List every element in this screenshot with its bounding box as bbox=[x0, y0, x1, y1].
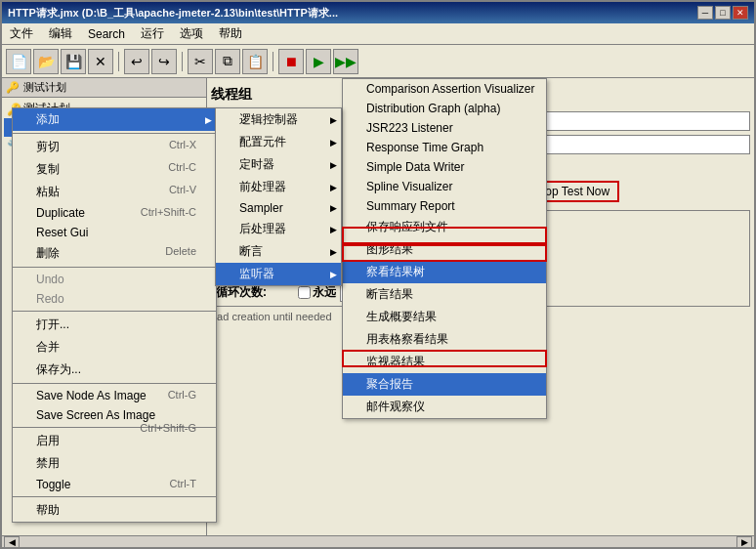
toolbar-open[interactable]: 📂 bbox=[33, 49, 59, 74]
listener-view-results-tree[interactable]: 察看结果树 bbox=[343, 261, 546, 283]
tree-icon: 🔑 bbox=[6, 81, 20, 94]
menu-bar: 文件 编辑 Search 运行 选项 帮助 bbox=[2, 23, 754, 45]
listener-comparison[interactable]: Comparison Assertion Visualizer bbox=[343, 79, 546, 99]
ctx-redo: Redo bbox=[13, 289, 216, 309]
listener-aggregate[interactable]: 聚合报告 bbox=[343, 373, 546, 396]
toolbar-paste[interactable]: 📋 bbox=[242, 49, 268, 74]
menu-edit[interactable]: 编辑 bbox=[41, 23, 80, 44]
tree-header-label: 测试计划 bbox=[23, 80, 66, 95]
toolbar-redo[interactable]: ↪ bbox=[151, 49, 177, 74]
ctx-help[interactable]: 帮助 bbox=[13, 499, 216, 522]
menu-run[interactable]: 运行 bbox=[133, 23, 172, 44]
delay-text: ead creation until needed bbox=[211, 311, 332, 322]
submenu-sampler[interactable]: Sampler bbox=[216, 198, 341, 218]
listener-save-resp[interactable]: 保存响应到文件 bbox=[343, 216, 546, 238]
toolbar-run2[interactable]: ▶▶ bbox=[333, 49, 358, 74]
ctx-merge[interactable]: 合并 bbox=[13, 336, 216, 359]
menu-options[interactable]: 选项 bbox=[172, 23, 211, 44]
ctx-reset-gui[interactable]: Reset Gui bbox=[13, 223, 216, 242]
ctx-enable[interactable]: 启用 bbox=[13, 430, 216, 452]
minimize-button[interactable]: ─ bbox=[697, 6, 713, 20]
scroll-track bbox=[20, 537, 736, 547]
menu-help[interactable]: 帮助 bbox=[211, 23, 250, 44]
ctx-sep-3 bbox=[13, 311, 216, 312]
ctx-paste[interactable]: 粘贴Ctrl-V bbox=[13, 181, 216, 203]
listener-submenu: Comparison Assertion Visualizer Distribu… bbox=[342, 78, 547, 419]
toolbar-run[interactable]: ▶ bbox=[306, 49, 331, 74]
window-controls: ─ □ ✕ bbox=[697, 6, 748, 20]
listener-summary-gen[interactable]: 生成概要结果 bbox=[343, 306, 546, 328]
scroll-bar: ◀ ▶ bbox=[2, 535, 754, 547]
submenu-preproc[interactable]: 前处理器 bbox=[216, 176, 341, 198]
ctx-toggle-shortcut: Ctrl-T bbox=[170, 478, 197, 489]
toolbar-stop[interactable]: ⏹ bbox=[278, 49, 304, 74]
main-window: HTTP请求.jmx (D:\B_工具\apache-jmeter-2.13\b… bbox=[0, 0, 756, 549]
toolbar-undo[interactable]: ↩ bbox=[124, 49, 149, 74]
submenu-postproc[interactable]: 后处理器 bbox=[216, 218, 341, 240]
main-content: 🔑 测试计划 🔑 测试计划 ⚙ 线程组 🔧 工作台 线程组 bbox=[2, 78, 754, 535]
ctx-paste-shortcut: Ctrl-V bbox=[169, 184, 196, 195]
toolbar-save[interactable]: 💾 bbox=[61, 49, 86, 74]
ctx-duplicate[interactable]: DuplicateCtrl+Shift-C bbox=[13, 203, 216, 223]
loop-label: 循环次数: bbox=[216, 284, 294, 301]
ctx-delete[interactable]: 删除Delete bbox=[13, 242, 216, 265]
loop-forever-text: 永远 bbox=[313, 284, 336, 301]
listener-simple-writer[interactable]: Simple Data Writer bbox=[343, 157, 546, 177]
listener-graph-results[interactable]: 图形结果 bbox=[343, 238, 546, 261]
maximize-button[interactable]: □ bbox=[715, 6, 731, 20]
ctx-cut-shortcut: Ctrl-X bbox=[169, 139, 196, 150]
ctx-sep-4 bbox=[13, 383, 216, 384]
ctx-sep-6 bbox=[13, 496, 216, 497]
ctx-open[interactable]: 打开... bbox=[13, 314, 216, 336]
scroll-right-btn[interactable]: ▶ bbox=[736, 536, 752, 548]
toolbar-sep-1 bbox=[118, 52, 119, 71]
submenu-listener[interactable]: 监听器 bbox=[216, 263, 341, 285]
ctx-sep-1 bbox=[13, 133, 216, 134]
toolbar-close[interactable]: ✕ bbox=[88, 49, 113, 74]
toolbar-copy[interactable]: ⧉ bbox=[215, 49, 240, 74]
ctx-undo: Undo bbox=[13, 270, 216, 289]
toolbar-sep-3 bbox=[273, 52, 273, 71]
listener-spline[interactable]: Spline Visualizer bbox=[343, 177, 546, 196]
ctx-save-node-img[interactable]: Save Node As ImageCtrl-G bbox=[13, 386, 216, 405]
submenu-config[interactable]: 配置元件 bbox=[216, 131, 341, 153]
listener-response-time[interactable]: Response Time Graph bbox=[343, 138, 546, 157]
listener-jsr223[interactable]: JSR223 Listener bbox=[343, 118, 546, 138]
ctx-del-shortcut: Delete bbox=[165, 245, 196, 257]
toolbar-sep-2 bbox=[182, 52, 183, 71]
ctx-cut[interactable]: 剪切Ctrl-X bbox=[13, 136, 216, 158]
submenu-assertion[interactable]: 断言 bbox=[216, 240, 341, 263]
window-title: HTTP请求.jmx (D:\B_工具\apache-jmeter-2.13\b… bbox=[8, 6, 338, 21]
loop-forever-check[interactable] bbox=[298, 286, 311, 299]
listener-mail[interactable]: 邮件观察仪 bbox=[343, 396, 546, 418]
ctx-save-as[interactable]: 保存为... bbox=[13, 359, 216, 381]
context-menu: 添加 剪切Ctrl-X 复制Ctrl-C 粘贴Ctrl-V DuplicateC… bbox=[12, 107, 217, 523]
listener-summary[interactable]: Summary Report bbox=[343, 196, 546, 216]
toolbar-cut[interactable]: ✂ bbox=[188, 49, 213, 74]
toolbar: 📄 📂 💾 ✕ ↩ ↪ ✂ ⧉ 📋 ⏹ ▶ ▶▶ bbox=[2, 45, 754, 78]
ctx-disable[interactable]: 禁用 bbox=[13, 452, 216, 475]
menu-file[interactable]: 文件 bbox=[2, 23, 41, 44]
loop-forever-label[interactable]: 永远 bbox=[298, 284, 336, 301]
sub-menu-add: 逻辑控制器 配置元件 定时器 前处理器 Sampler 后处理器 断言 监听器 bbox=[215, 107, 342, 286]
ctx-toggle[interactable]: ToggleCtrl-T bbox=[13, 475, 216, 494]
submenu-logic[interactable]: 逻辑控制器 bbox=[216, 108, 341, 131]
ctx-save-screen-img[interactable]: Save Screen As ImageCtrl+Shift-G bbox=[13, 405, 216, 425]
ctx-copy-shortcut: Ctrl-C bbox=[168, 161, 196, 173]
scroll-left-btn[interactable]: ◀ bbox=[4, 536, 20, 548]
toolbar-new[interactable]: 📄 bbox=[6, 49, 31, 74]
ctx-copy[interactable]: 复制Ctrl-C bbox=[13, 158, 216, 181]
menu-search[interactable]: Search bbox=[80, 25, 133, 43]
close-button[interactable]: ✕ bbox=[733, 6, 748, 20]
listener-monitor[interactable]: 监视器结果 bbox=[343, 351, 546, 373]
ctx-dup-shortcut: Ctrl+Shift-C bbox=[141, 206, 196, 218]
ctx-sni-shortcut: Ctrl-G bbox=[168, 389, 196, 401]
submenu-timer[interactable]: 定时器 bbox=[216, 153, 341, 176]
listener-assert-results[interactable]: 断言结果 bbox=[343, 283, 546, 306]
listener-dist-graph[interactable]: Distribution Graph (alpha) bbox=[343, 99, 546, 118]
tree-header: 🔑 测试计划 bbox=[2, 78, 206, 98]
title-bar: HTTP请求.jmx (D:\B_工具\apache-jmeter-2.13\b… bbox=[2, 2, 754, 23]
listener-table-results[interactable]: 用表格察看结果 bbox=[343, 328, 546, 351]
ctx-sep-2 bbox=[13, 267, 216, 268]
ctx-add[interactable]: 添加 bbox=[13, 108, 216, 131]
